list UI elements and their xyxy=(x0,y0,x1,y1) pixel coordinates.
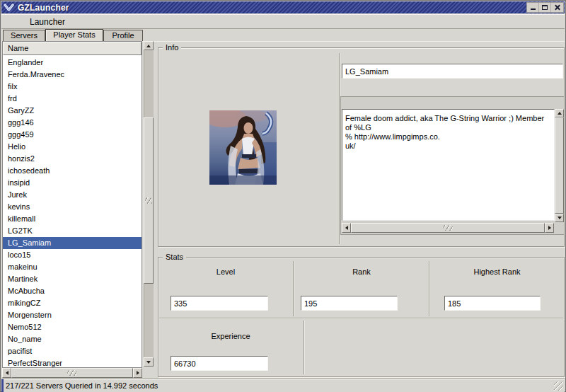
list-item[interactable]: ggg459 xyxy=(3,129,142,141)
scroll-down-icon xyxy=(146,361,151,364)
list-item[interactable]: pacifist xyxy=(3,345,142,357)
maximize-icon xyxy=(542,5,548,10)
scroll-up-button[interactable] xyxy=(144,41,154,50)
status-accent xyxy=(1,379,4,392)
list-item[interactable]: ichosedeath xyxy=(3,165,142,177)
application-window: GZLauncher Launcher Servers Player Stats… xyxy=(0,0,566,392)
scroll-down-button[interactable] xyxy=(555,214,564,222)
highest-rank-field[interactable] xyxy=(444,296,541,311)
scrollbar-thumb[interactable] xyxy=(11,368,133,378)
experience-field[interactable] xyxy=(171,356,268,371)
tab-player-stats[interactable]: Player Stats xyxy=(45,29,103,41)
list-item[interactable]: honzis2 xyxy=(3,153,142,165)
stat-label-highest-rank: Highest Rank xyxy=(429,267,565,276)
player-name-field[interactable] xyxy=(342,64,563,79)
scrollbar-grip xyxy=(443,225,453,231)
menu-item-launcher[interactable]: Launcher xyxy=(25,15,69,29)
list-item[interactable]: insipid xyxy=(3,177,142,189)
minimize-button[interactable] xyxy=(527,3,539,12)
list-item[interactable]: McAbucha xyxy=(3,285,142,297)
list-item[interactable]: ggg146 xyxy=(3,117,142,129)
list-horizontal-scrollbar[interactable] xyxy=(2,368,142,378)
scrollbar-thumb[interactable] xyxy=(144,117,154,284)
scroll-left-icon xyxy=(6,371,8,375)
description-line: % http://www.limpgimps.co. xyxy=(345,132,552,142)
scrollbar-thumb[interactable] xyxy=(555,117,564,214)
rank-field[interactable] xyxy=(301,296,398,311)
player-rows: EnglanderFerda.MravenecfilxfrdGaryZZggg1… xyxy=(3,57,142,368)
panel-vertical-scrollbar[interactable] xyxy=(144,41,154,367)
window-controls xyxy=(526,2,564,13)
list-item[interactable]: killemall xyxy=(3,213,142,225)
scroll-up-icon xyxy=(558,112,562,115)
minimize-icon xyxy=(531,8,536,10)
list-item[interactable]: Nemo512 xyxy=(3,321,142,333)
scroll-left-button[interactable] xyxy=(2,368,11,378)
status-text: 217/221 Servers Queried in 14.992 second… xyxy=(6,381,158,390)
list-item[interactable]: makeinu xyxy=(3,261,142,273)
list-item[interactable]: filx xyxy=(3,81,142,93)
scrollbar-grip xyxy=(67,370,77,376)
scroll-down-button[interactable] xyxy=(144,357,154,367)
tab-profile[interactable]: Profile xyxy=(103,30,143,41)
stat-label-level: Level xyxy=(158,267,294,276)
resize-grip[interactable] xyxy=(554,381,563,391)
close-icon xyxy=(554,4,560,11)
window-title: GZLauncher xyxy=(18,3,69,13)
scroll-left-icon xyxy=(345,226,348,230)
menu-bar: Launcher xyxy=(1,14,565,29)
tab-servers[interactable]: Servers xyxy=(3,30,45,41)
title-bar[interactable]: GZLauncher xyxy=(1,1,565,13)
scroll-right-button[interactable] xyxy=(545,223,554,233)
avatar-image xyxy=(209,110,277,185)
list-item[interactable]: No_name xyxy=(3,333,142,345)
list-item[interactable]: Martinek xyxy=(3,273,142,285)
stats-divider xyxy=(304,321,305,374)
scroll-down-icon xyxy=(558,217,562,219)
stats-row-divider xyxy=(159,318,563,319)
player-list: Name EnglanderFerda.MravenecfilxfrdGaryZ… xyxy=(2,41,142,368)
description-line: Female doom addict, aka The G-String War… xyxy=(345,114,552,132)
list-item[interactable]: kevins xyxy=(3,201,142,213)
scroll-right-icon xyxy=(548,226,551,230)
maximize-button[interactable] xyxy=(539,3,551,12)
list-column-header[interactable]: Name xyxy=(3,42,142,55)
list-item[interactable]: GaryZZ xyxy=(3,105,142,117)
list-item[interactable]: Ferda.Mravenec xyxy=(3,69,142,81)
list-item[interactable]: Jurek xyxy=(3,189,142,201)
scrollbar-grip xyxy=(145,197,152,204)
list-item[interactable]: frd xyxy=(3,93,142,105)
list-item[interactable]: PerfectStranger xyxy=(3,357,142,368)
status-bar: 217/221 Servers Queried in 14.992 second… xyxy=(1,379,565,392)
stat-label-rank: Rank xyxy=(294,267,429,276)
app-logo-icon xyxy=(4,3,14,12)
list-item[interactable]: Morgenstern xyxy=(3,309,142,321)
stat-label-experience: Experience xyxy=(158,332,304,340)
level-field[interactable] xyxy=(171,296,268,311)
list-item[interactable]: loco15 xyxy=(3,249,142,261)
stats-legend: Stats xyxy=(163,253,186,261)
info-legend: Info xyxy=(163,43,181,52)
description-line: uk/ xyxy=(345,142,552,151)
scroll-right-button[interactable] xyxy=(133,368,142,378)
scroll-right-icon xyxy=(137,371,139,375)
list-item[interactable]: LG_Samiam xyxy=(3,237,142,249)
list-item[interactable]: Helio xyxy=(3,141,142,153)
description-textarea[interactable]: Female doom addict, aka The G-String War… xyxy=(342,109,555,221)
close-button[interactable] xyxy=(551,3,563,12)
scroll-left-button[interactable] xyxy=(342,223,351,233)
scroll-up-button[interactable] xyxy=(555,109,564,117)
description-widget: Female doom addict, aka The G-String War… xyxy=(340,96,565,235)
scroll-up-icon xyxy=(146,45,151,47)
list-item[interactable]: Englander xyxy=(3,57,142,69)
scrollbar-thumb[interactable] xyxy=(351,223,545,233)
list-item[interactable]: mikingCZ xyxy=(3,297,142,309)
list-item[interactable]: LG2TK xyxy=(3,225,142,237)
